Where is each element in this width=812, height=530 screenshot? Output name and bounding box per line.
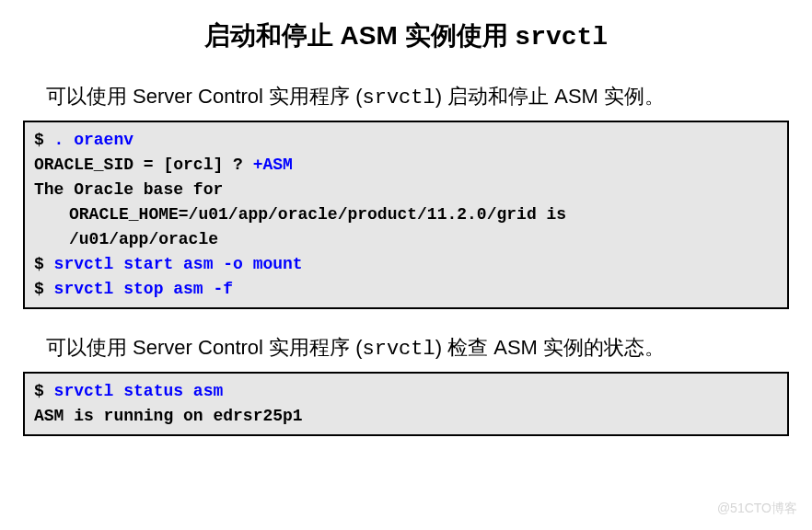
code-line: /u01/app/oracle — [69, 227, 778, 252]
desc1-part2: ) 启动和停止 ASM 实例。 — [435, 85, 665, 108]
shell-prompt: $ — [34, 382, 54, 400]
code-line: ASM is running on edrsr25p1 — [34, 404, 778, 429]
shell-prompt: $ — [34, 255, 54, 273]
desc2-code: srvctl — [363, 338, 435, 361]
desc1-code: srvctl — [363, 86, 435, 109]
output-text: ORACLE_HOME=/u01/app/oracle/product/11.2… — [69, 205, 566, 224]
command: . oraenv — [54, 131, 133, 149]
desc1-part1: 可以使用 Server Control 实用程序 ( — [46, 85, 363, 108]
description-2: 可以使用 Server Control 实用程序 (srvctl) 检查 ASM… — [46, 332, 771, 364]
code-line: $ srvctl start asm -o mount — [34, 252, 778, 277]
code-block-2: $ srvctl status asm ASM is running on ed… — [23, 372, 789, 436]
title-prefix: 启动和停止 ASM 实例使用 — [204, 21, 516, 50]
command: srvctl stop asm -f — [54, 280, 233, 298]
code-line: ORACLE_HOME=/u01/app/oracle/product/11.2… — [69, 202, 778, 227]
code-line: ORACLE_SID = [orcl] ? +ASM — [34, 153, 778, 178]
output-text: The Oracle base for — [34, 180, 223, 199]
desc2-part2: ) 检查 ASM 实例的状态。 — [435, 336, 665, 359]
output-text: ASM is running on edrsr25p1 — [34, 407, 303, 425]
command: srvctl status asm — [54, 382, 224, 400]
code-block-1: $ . oraenv ORACLE_SID = [orcl] ? +ASM Th… — [23, 121, 789, 309]
watermark: @51CTO博客 — [717, 501, 797, 517]
code-line: The Oracle base for — [34, 178, 778, 202]
page-title: 启动和停止 ASM 实例使用 srvctl — [23, 18, 789, 53]
code-line: $ srvctl status asm — [34, 379, 778, 404]
desc2-part1: 可以使用 Server Control 实用程序 ( — [46, 336, 363, 359]
title-code: srvctl — [515, 23, 608, 52]
code-line: $ srvctl stop asm -f — [34, 277, 778, 302]
shell-prompt: $ — [34, 131, 54, 149]
output-text: /u01/app/oracle — [69, 230, 218, 248]
code-line: $ . oraenv — [34, 128, 778, 153]
shell-prompt: $ — [34, 280, 54, 298]
user-input: +ASM — [253, 156, 293, 174]
output-text: ORACLE_SID = [orcl] ? — [34, 156, 253, 174]
description-1: 可以使用 Server Control 实用程序 (srvctl) 启动和停止 … — [46, 81, 771, 113]
command: srvctl start asm -o mount — [54, 255, 303, 273]
